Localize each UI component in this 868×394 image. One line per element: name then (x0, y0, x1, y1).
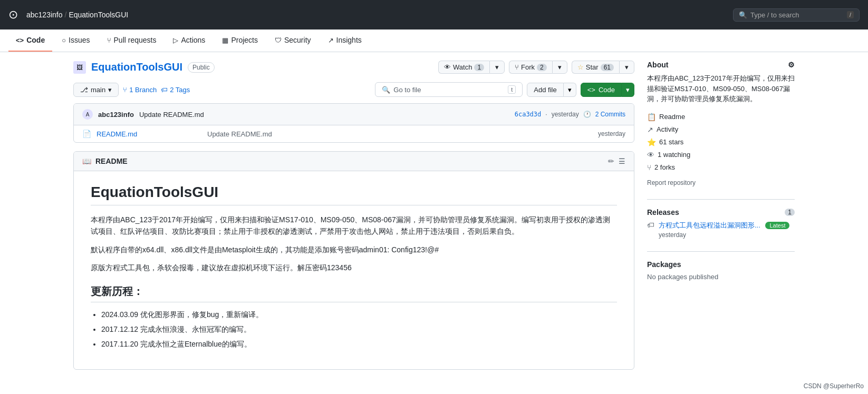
search-placeholder: Type / to search (750, 11, 844, 19)
fork-button[interactable]: ⑂ Fork 2 (509, 61, 552, 74)
about-title: About ⚙ (647, 61, 795, 69)
stars-count-label: 61 stars (659, 138, 683, 146)
commit-author[interactable]: abc123info (98, 111, 134, 119)
repo-navigation: <> Code ○ Issues ⑂ Pull requests ▷ Actio… (0, 29, 868, 52)
sidebar-divider-1 (647, 199, 795, 200)
top-navigation: ⊙ abc123info / EquationToolsGUI 🔍 Type /… (0, 0, 868, 29)
release-title-link[interactable]: 方程式工具包远程溢出漏洞图形... (659, 221, 760, 229)
projects-icon: ▦ (222, 36, 228, 44)
nav-security[interactable]: 🛡 Security (267, 29, 319, 52)
go-to-file-input[interactable]: 🔍 Go to file t (375, 82, 523, 97)
release-info: 方程式工具包远程溢出漏洞图形... Latest yesterday (659, 221, 789, 239)
tag-count-label: 2 Tags (170, 86, 190, 94)
report-repository-link[interactable]: Report repository (647, 179, 696, 186)
watch-dropdown-button[interactable]: ▾ (489, 61, 505, 74)
stars-link[interactable]: ⭐ 61 stars (647, 136, 795, 149)
latest-badge: Latest (765, 222, 789, 229)
readme-repo-title: EquationToolsGUI (91, 184, 617, 205)
nav-security-label: Security (284, 36, 311, 44)
search-bar[interactable]: 🔍 Type / to search / (733, 8, 860, 22)
star-dropdown-button[interactable]: ▾ (619, 61, 634, 74)
branch-selector[interactable]: ⎇ main ▾ (73, 83, 119, 97)
nav-pull-requests[interactable]: ⑂ Pull requests (100, 29, 164, 52)
commit-avatar: A (82, 109, 93, 120)
repo-sidebar: About ⚙ 本程序由ABC_123于2017年开始编写，仅用来扫描和验证MS… (647, 61, 795, 370)
forks-link[interactable]: ⑂ 2 forks (647, 161, 795, 174)
branch-bar: ⎇ main ▾ ⑂ 1 Branch 🏷 2 Tags 🔍 Go to fil… (73, 82, 634, 97)
star-btn-group: ☆ Star 61 ▾ (572, 61, 634, 74)
add-file-button[interactable]: Add file (527, 83, 563, 97)
code-dropdown-button[interactable]: ▾ (622, 83, 634, 97)
readme-header: 📖 README ✏ ☰ (74, 152, 634, 171)
branch-count-icon: ⑂ (123, 86, 127, 94)
watch-count: 1 (474, 64, 484, 71)
commit-hash[interactable]: 6ca3d3d (515, 111, 542, 118)
security-icon: 🛡 (275, 36, 282, 44)
nav-issues-label: Issues (69, 36, 90, 44)
org-link[interactable]: abc123info (26, 11, 63, 19)
branch-count-label: 1 Branch (129, 86, 157, 94)
go-to-file-kbd: t (508, 85, 516, 94)
pr-icon: ⑂ (107, 36, 111, 44)
add-file-group: Add file ▾ (527, 83, 576, 97)
gear-icon[interactable]: ⚙ (788, 61, 795, 69)
file-name-link[interactable]: README.md (97, 130, 202, 138)
add-file-dropdown-button[interactable]: ▾ (564, 83, 576, 97)
nav-insights[interactable]: ↗ Insights (321, 29, 369, 52)
readme-actions: ✏ ☰ (608, 157, 625, 165)
star-button[interactable]: ☆ Star 61 (572, 61, 619, 74)
nav-actions[interactable]: ▷ Actions (166, 29, 213, 52)
readme-toc-button[interactable]: ☰ (619, 157, 625, 165)
activity-link[interactable]: ↗ Activity (647, 123, 795, 136)
book-link-icon: 📋 (647, 113, 656, 121)
chevron-down-icon: ▾ (108, 86, 112, 94)
forks-count-label: 2 forks (654, 163, 675, 171)
eye-stats-icon: 👁 (647, 151, 654, 159)
actions-icon: ▷ (173, 36, 178, 44)
watch-button[interactable]: 👁 Watch 1 (438, 61, 489, 74)
commits-count: 2 Commits (595, 111, 625, 118)
nav-issues[interactable]: ○ Issues (54, 29, 97, 52)
fork-dropdown-button[interactable]: ▾ (552, 61, 567, 74)
fork-icon: ⑂ (515, 63, 519, 71)
star-count: 61 (601, 64, 614, 71)
readme-link[interactable]: 📋 Readme (647, 111, 795, 123)
branch-icon: ⎇ (80, 86, 88, 94)
eye-icon: 👁 (444, 63, 451, 71)
code-btn-group: <> Code ▾ (581, 83, 634, 97)
changelog-item-2: 2017.12.12 完成永恒浪漫、永恒冠军的编写。 (101, 323, 617, 335)
readme-title-label: README (95, 157, 128, 165)
search-icon: 🔍 (739, 11, 747, 19)
go-to-file-placeholder: Go to file (393, 86, 505, 94)
about-description: 本程序由ABC_123于2017年开始编写，仅用来扫描和验证MS17-010、M… (647, 73, 795, 104)
repo-actions: 👁 Watch 1 ▾ ⑂ Fork 2 ▾ (438, 61, 634, 74)
nav-code[interactable]: <> Code (8, 29, 52, 52)
file-table: A abc123info Update README.md 6ca3d3d · … (73, 103, 634, 143)
releases-count-badge: 1 (785, 209, 795, 216)
star-icon: ☆ (577, 63, 584, 71)
watching-link[interactable]: 👁 1 watching (647, 149, 795, 161)
readme-edit-button[interactable]: ✏ (608, 157, 614, 165)
packages-title: Packages (647, 260, 795, 269)
tag-count-link[interactable]: 🏷 2 Tags (161, 86, 190, 94)
packages-title-label: Packages (647, 260, 681, 269)
repo-link[interactable]: EquationToolsGUI (69, 11, 128, 19)
activity-icon: ↗ (647, 125, 653, 134)
changelog-item-1: 2024.03.09 优化图形界面，修复bug，重新编译。 (101, 309, 617, 320)
nav-insights-label: Insights (336, 36, 362, 44)
code-icon: <> (16, 36, 24, 44)
insights-icon: ↗ (328, 36, 334, 44)
nav-code-label: Code (26, 36, 45, 44)
repo-title[interactable]: EquationToolsGUI (91, 61, 182, 73)
branch-count-link[interactable]: ⑂ 1 Branch (123, 86, 157, 94)
star-label: Star (586, 63, 599, 71)
code-angle-icon: <> (587, 86, 595, 94)
readme-section: 📖 README ✏ ☰ EquationToolsGUI 本程序由ABC_12… (73, 151, 634, 370)
add-file-label: Add file (534, 86, 556, 94)
readme-link-label: Readme (659, 113, 685, 121)
nav-projects-label: Projects (231, 36, 258, 44)
file-commit-message: Update README.md (207, 130, 593, 138)
commits-link[interactable]: 2 Commits (595, 111, 625, 118)
nav-projects[interactable]: ▦ Projects (215, 29, 265, 52)
code-button[interactable]: <> Code (581, 83, 622, 97)
